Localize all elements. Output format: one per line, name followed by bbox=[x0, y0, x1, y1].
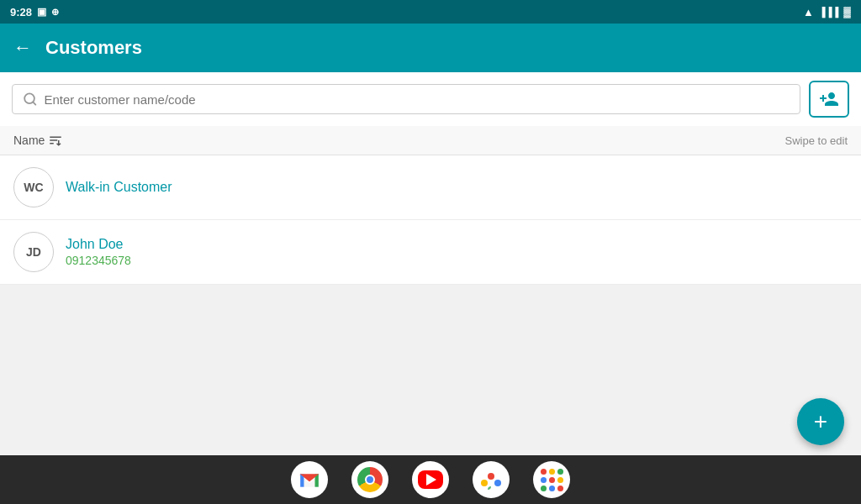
avatar-jd: JD bbox=[13, 232, 54, 272]
sort-label[interactable]: Name bbox=[13, 133, 63, 148]
customer-info-0: Walk-in Customer bbox=[66, 180, 172, 195]
status-time: 9:28 ▣ ⊕ bbox=[10, 6, 59, 18]
customer-item-0[interactable]: WC Walk-in Customer bbox=[0, 155, 861, 220]
signal-icon: ▐▐▐ bbox=[819, 7, 838, 17]
photos-icon bbox=[479, 468, 503, 491]
page-title: Customers bbox=[45, 37, 142, 59]
gmail-icon bbox=[298, 470, 320, 489]
customer-name-1: John Doe bbox=[66, 237, 131, 252]
time-display: 9:28 bbox=[10, 6, 32, 18]
sim-icon: ▣ bbox=[37, 6, 46, 18]
status-icons: ▲ ▐▐▐ ▓ bbox=[803, 6, 851, 18]
sort-icon bbox=[48, 133, 63, 148]
dock-youtube[interactable] bbox=[412, 461, 449, 498]
chrome-icon bbox=[357, 467, 383, 492]
dock-chrome[interactable] bbox=[351, 461, 388, 498]
customer-list: WC Walk-in Customer JD John Doe 09123456… bbox=[0, 155, 861, 285]
search-icon bbox=[23, 92, 38, 107]
bottom-dock bbox=[0, 455, 861, 504]
status-icon2: ⊕ bbox=[51, 7, 59, 18]
add-customer-button[interactable] bbox=[809, 81, 849, 118]
app-bar: ← Customers bbox=[0, 24, 861, 72]
search-bar-container bbox=[0, 72, 861, 126]
dock-gmail[interactable] bbox=[291, 461, 328, 498]
dock-photos[interactable] bbox=[473, 461, 510, 498]
youtube-icon bbox=[418, 470, 443, 489]
swipe-hint: Swipe to edit bbox=[785, 134, 848, 147]
customer-phone-1: 0912345678 bbox=[66, 254, 131, 267]
fab-add-button[interactable]: + bbox=[797, 398, 844, 445]
status-bar: 9:28 ▣ ⊕ ▲ ▐▐▐ ▓ bbox=[0, 0, 861, 24]
search-wrapper bbox=[12, 84, 800, 114]
launcher-icon bbox=[541, 469, 563, 491]
customer-info-1: John Doe 0912345678 bbox=[66, 237, 131, 267]
sort-name-label: Name bbox=[13, 134, 45, 147]
fab-plus-icon: + bbox=[814, 408, 827, 435]
wifi-icon: ▲ bbox=[803, 6, 814, 18]
avatar-wc: WC bbox=[13, 167, 54, 207]
dock-launcher[interactable] bbox=[533, 461, 570, 498]
youtube-play-icon bbox=[426, 474, 436, 486]
sort-bar: Name Swipe to edit bbox=[0, 126, 861, 155]
svg-line-1 bbox=[33, 102, 35, 104]
add-person-icon bbox=[819, 89, 839, 109]
customer-name-0: Walk-in Customer bbox=[66, 180, 172, 195]
battery-icon: ▓ bbox=[843, 6, 851, 18]
back-button[interactable]: ← bbox=[13, 37, 32, 59]
search-input[interactable] bbox=[45, 92, 790, 107]
chrome-center bbox=[365, 475, 375, 485]
customer-item-1[interactable]: JD John Doe 0912345678 bbox=[0, 220, 861, 285]
